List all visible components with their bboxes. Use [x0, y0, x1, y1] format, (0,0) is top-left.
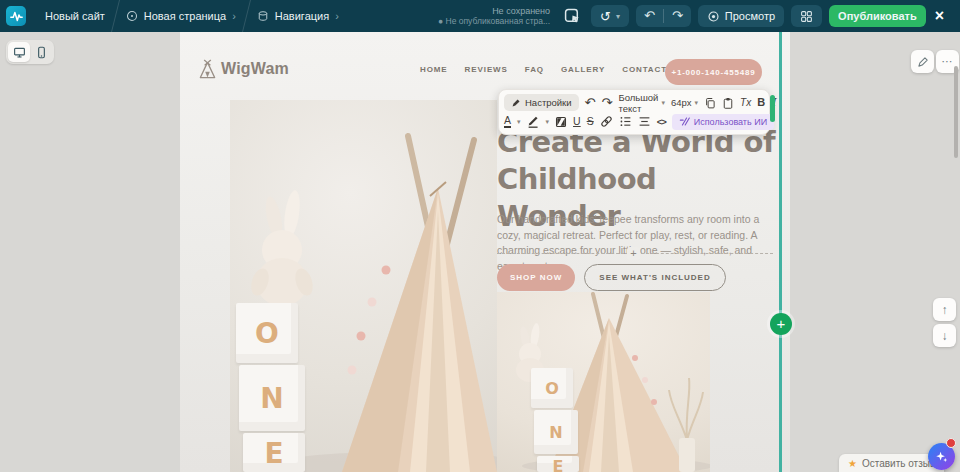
edit-block-button[interactable] — [911, 50, 934, 73]
text-style-value: Большой текст — [618, 92, 658, 114]
site-header: WigWam HOME REVIEWS FAQ GALLERY CONTACTS… — [180, 56, 790, 88]
text-style-dropdown[interactable]: Большой текст ▾ — [618, 92, 665, 114]
chevron-down-icon: ▾ — [695, 99, 699, 107]
eye-icon — [707, 10, 720, 23]
phone-label: +1-000-140-455489 — [671, 68, 755, 77]
hero-photo-right[interactable]: O N E — [497, 292, 710, 472]
scrollbar-thumb[interactable] — [954, 66, 958, 158]
device-toggle — [6, 40, 54, 64]
site-name-label: Новый сайт — [45, 10, 105, 22]
apps-grid-icon — [800, 10, 813, 23]
publish-status-label: ● Не опубликованная стра... — [438, 16, 550, 26]
shop-now-button[interactable]: SHOP NOW — [497, 264, 575, 291]
cursor-box-icon — [564, 8, 581, 25]
breadcrumb-block[interactable]: Навигация › — [247, 10, 349, 22]
add-element-button[interactable]: + — [627, 247, 640, 260]
block-name-label: Навигация — [275, 10, 329, 22]
ordered-list-button[interactable] — [619, 115, 632, 128]
apps-button[interactable] — [791, 5, 822, 27]
text-block-handle[interactable] — [770, 95, 775, 122]
undo-button[interactable]: ↶ — [585, 93, 596, 112]
pulse-logo-icon — [10, 10, 23, 23]
preview-label: Просмотр — [725, 10, 775, 22]
ai-icon — [679, 116, 690, 127]
letter-cube: E — [537, 456, 579, 472]
font-size-dropdown[interactable]: 64px ▾ — [671, 97, 698, 108]
align-button[interactable] — [638, 115, 651, 128]
redo-button[interactable]: ↷ — [664, 5, 691, 27]
teepee-logo-icon — [198, 58, 217, 80]
whats-included-button[interactable]: SEE WHAT'S INCLUDED — [584, 264, 725, 291]
clear-format-button[interactable]: Tx — [740, 93, 751, 112]
star-icon: ★ — [848, 458, 857, 469]
teepee-illustration-small — [497, 292, 710, 472]
text-color-button[interactable]: A — [504, 115, 511, 128]
highlight-color-button[interactable] — [527, 115, 540, 128]
close-button[interactable]: × — [933, 7, 950, 25]
ordered-list-icon — [619, 115, 632, 128]
site-logo-text: WigWam — [221, 60, 289, 78]
nav-faq[interactable]: FAQ — [525, 65, 544, 74]
use-ai-button[interactable]: Использовать ИИ — [672, 114, 774, 130]
use-ai-label: Использовать ИИ — [694, 117, 767, 127]
chevron-down-icon[interactable]: ▾ — [546, 112, 550, 131]
save-status: Не сохранено ● Не опубликованная стра... — [438, 6, 550, 26]
copy-style-button[interactable] — [704, 97, 716, 109]
publish-label: Опубликовать — [838, 10, 917, 22]
letter-cube: N — [239, 365, 305, 431]
desktop-view-button[interactable] — [8, 42, 30, 62]
site-logo[interactable]: WigWam — [198, 58, 289, 80]
chevron-down-icon[interactable]: ▾ — [517, 112, 521, 131]
nav-gallery[interactable]: GALLERY — [561, 65, 605, 74]
align-icon — [638, 115, 651, 128]
letter-cube: O — [531, 368, 573, 408]
pencil-icon — [511, 98, 521, 108]
hero-photo-left[interactable]: O N E — [230, 100, 497, 472]
letter-cube: O — [236, 303, 298, 363]
move-block-up-button[interactable]: ↑ — [933, 298, 956, 321]
link-button[interactable] — [600, 115, 613, 128]
link-icon — [600, 115, 613, 128]
history-button[interactable]: ↺ ▾ — [591, 5, 629, 27]
layers-icon — [257, 10, 269, 22]
mobile-view-button[interactable] — [30, 42, 52, 62]
builder-logo[interactable] — [6, 6, 26, 26]
chevron-right-icon: › — [335, 10, 339, 22]
settings-button[interactable]: Настройки — [504, 94, 579, 111]
breadcrumb-page[interactable]: Новая страница › — [116, 10, 246, 22]
copy-icon — [704, 97, 716, 109]
select-mode-button[interactable] — [561, 5, 584, 27]
plus-icon: + — [630, 247, 636, 259]
contrast-button[interactable] — [555, 116, 567, 128]
arrow-down-icon: ↓ — [942, 329, 948, 343]
publish-button[interactable]: Опубликовать — [829, 5, 926, 27]
marker-icon — [527, 115, 540, 128]
save-status-label: Не сохранено — [438, 6, 550, 16]
move-block-down-button[interactable]: ↓ — [933, 324, 956, 347]
redo-button[interactable]: ↷ — [602, 93, 613, 112]
underline-button[interactable]: U — [573, 112, 581, 131]
close-icon: × — [935, 7, 944, 24]
undo-button[interactable]: ↶ — [636, 5, 663, 27]
text-edit-toolbar: Настройки ↶ ↷ Большой текст ▾ 64px ▾ Tx … — [498, 89, 770, 135]
paste-style-button[interactable] — [722, 97, 734, 109]
sparkle-icon — [934, 449, 949, 464]
breadcrumb-site[interactable]: Новый сайт — [35, 10, 115, 22]
nav-reviews[interactable]: REVIEWS — [465, 65, 508, 74]
monitor-icon — [13, 46, 26, 59]
notification-badge — [946, 438, 956, 448]
paste-icon — [722, 97, 734, 109]
add-block-button[interactable]: + — [770, 313, 792, 335]
code-button[interactable]: <> — [657, 112, 666, 131]
strikethrough-button[interactable]: S — [587, 112, 594, 131]
bold-button[interactable]: B — [757, 93, 765, 112]
preview-button[interactable]: Просмотр — [698, 5, 784, 27]
arrow-up-icon: ↑ — [942, 303, 948, 317]
block-selection-edge — [779, 32, 782, 472]
undo-redo-group: ↶ ↷ — [636, 5, 691, 27]
hero-cta-row: SHOP NOW SEE WHAT'S INCLUDED — [497, 264, 726, 291]
letter-cube: E — [243, 433, 305, 472]
chevron-down-icon: ▾ — [616, 12, 620, 21]
nav-home[interactable]: HOME — [420, 65, 448, 74]
phone-button[interactable]: +1-000-140-455489 — [665, 59, 762, 85]
